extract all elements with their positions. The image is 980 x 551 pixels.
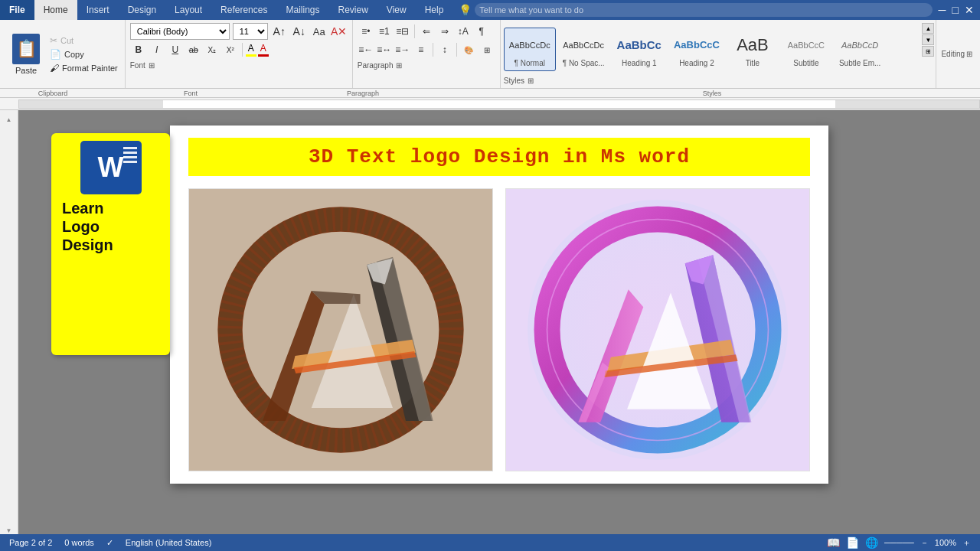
- left-panel-arrow-down[interactable]: ▼: [6, 527, 12, 534]
- copy-button[interactable]: 📄 Copy: [47, 48, 120, 60]
- style-no-spacing-preview: AaBbCcDc: [563, 31, 604, 59]
- read-mode-icon[interactable]: 📖: [827, 536, 840, 549]
- text-highlight-btn[interactable]: A: [246, 43, 256, 57]
- font-group: Calibri (Body) 11 A↑ A↓ Aa A✕ B I U ab X…: [126, 20, 353, 88]
- learn-card: W Learn Logo Design: [51, 133, 170, 355]
- style-subtle-em[interactable]: AaBbCcD Subtle Em...: [834, 28, 886, 71]
- align-left-btn[interactable]: ≡←: [358, 41, 374, 58]
- font-size-selector[interactable]: 11: [233, 23, 268, 40]
- tab-insert[interactable]: Insert: [77, 0, 119, 20]
- increase-indent-btn[interactable]: ⇒: [436, 23, 453, 40]
- paragraph-group-label: Paragraph ⊞: [358, 61, 495, 70]
- cut-label: Cut: [60, 36, 74, 45]
- line-spacing-btn[interactable]: ↕: [436, 41, 453, 58]
- align-center-btn[interactable]: ≡↔: [376, 41, 393, 58]
- clipboard-actions: ✂ Cut 📄 Copy 🖌 Format Painter: [47, 23, 120, 85]
- editing-expand-icon[interactable]: ⊞: [966, 50, 972, 58]
- zoom-out-btn[interactable]: －: [920, 537, 929, 549]
- proofing-icon[interactable]: ✓: [106, 538, 113, 548]
- left-panel-arrow-up[interactable]: ▲: [6, 116, 12, 123]
- subscript-button[interactable]: X₂: [204, 41, 220, 58]
- style-no-spacing[interactable]: AaBbCcDc ¶ No Spac...: [557, 28, 610, 71]
- style-subtle-em-label: Subtle Em...: [839, 59, 880, 67]
- page-status[interactable]: Page 2 of 2: [9, 538, 52, 547]
- tab-help[interactable]: Help: [416, 0, 453, 20]
- italic-button[interactable]: I: [149, 41, 165, 58]
- increase-font-btn[interactable]: A↑: [271, 23, 288, 40]
- editing-group: Editing ⊞: [936, 20, 977, 88]
- tab-mailings[interactable]: Mailings: [276, 0, 328, 20]
- cut-button[interactable]: ✂ Cut: [47, 34, 120, 47]
- style-title-preview: AaB: [737, 31, 769, 59]
- status-bar: Page 2 of 2 0 words ✓ English (United St…: [0, 534, 980, 551]
- tab-home[interactable]: Home: [34, 0, 77, 20]
- word-count-status[interactable]: 0 words: [64, 538, 94, 547]
- style-subtle-em-preview: AaBbCcD: [841, 31, 878, 59]
- underline-button[interactable]: U: [167, 41, 184, 58]
- font-color-btn[interactable]: A: [258, 43, 269, 57]
- ribbon: 📋 Paste ✂ Cut 📄 Copy 🖌 Format Painter: [0, 20, 980, 89]
- help-search-input[interactable]: [475, 3, 932, 17]
- decrease-indent-btn[interactable]: ⇐: [418, 23, 435, 40]
- font-group-expand-icon[interactable]: ⊞: [149, 61, 155, 70]
- style-normal[interactable]: AaBbCcDc ¶ Normal: [504, 28, 556, 71]
- style-subtitle[interactable]: AaBbCcC Subtitle: [780, 28, 832, 71]
- styles-grid: AaBbCcDc ¶ Normal AaBbCcDc ¶ No Spac... …: [504, 23, 933, 75]
- bullet-list-btn[interactable]: ≡•: [358, 23, 374, 40]
- styles-scroll-up[interactable]: ▲: [922, 23, 934, 34]
- shading-btn[interactable]: 🎨: [460, 41, 477, 58]
- logos-row: [188, 188, 810, 471]
- style-heading1-label: Heading 1: [622, 59, 657, 67]
- document-scroll-area[interactable]: W Learn Logo Design: [18, 110, 980, 534]
- styles-expand[interactable]: ⊞: [922, 46, 934, 57]
- word-w-letter: W: [98, 152, 124, 184]
- strikethrough-button[interactable]: ab: [185, 41, 202, 58]
- close-btn[interactable]: ✕: [965, 4, 974, 16]
- format-painter-icon: 🖌: [50, 63, 59, 73]
- superscript-button[interactable]: X²: [222, 41, 239, 58]
- tab-file[interactable]: File: [0, 0, 34, 20]
- bold-button[interactable]: B: [130, 41, 147, 58]
- styles-scroll-down[interactable]: ▼: [922, 34, 934, 45]
- maximize-btn[interactable]: □: [952, 4, 959, 16]
- paste-button[interactable]: 📋 Paste: [8, 23, 44, 85]
- justify-btn[interactable]: ≡: [413, 41, 430, 58]
- colorful-logo-svg: [528, 200, 788, 460]
- borders-btn[interactable]: ⊞: [479, 41, 495, 58]
- cut-icon: ✂: [50, 35, 57, 46]
- tab-layout[interactable]: Layout: [165, 0, 211, 20]
- paragraph-label-bar: Paragraph: [279, 90, 447, 97]
- zoom-in-btn[interactable]: ＋: [962, 537, 971, 549]
- tab-references[interactable]: References: [211, 0, 276, 20]
- style-title[interactable]: AaB Title: [727, 28, 779, 71]
- change-case-btn[interactable]: Aa: [311, 23, 328, 40]
- font-family-selector[interactable]: Calibri (Body): [130, 23, 230, 40]
- clear-format-btn[interactable]: A✕: [331, 23, 348, 40]
- paragraph-group-expand-icon[interactable]: ⊞: [396, 61, 402, 70]
- tab-design[interactable]: Design: [119, 0, 165, 20]
- paste-label: Paste: [15, 66, 37, 75]
- align-row: ≡← ≡↔ ≡→ ≡ ↕ 🎨 ⊞: [358, 41, 495, 58]
- multilevel-list-btn[interactable]: ≡⊟: [394, 23, 411, 40]
- document-page: W Learn Logo Design: [170, 126, 828, 484]
- ribbon-group-labels: Clipboard Font Paragraph Styles: [0, 89, 980, 98]
- web-layout-icon[interactable]: 🌐: [865, 536, 878, 549]
- align-right-btn[interactable]: ≡→: [394, 41, 411, 58]
- style-heading1[interactable]: AaBbCc Heading 1: [612, 28, 667, 71]
- numbered-list-btn[interactable]: ≡1: [376, 23, 393, 40]
- format-painter-button[interactable]: 🖌 Format Painter: [47, 62, 120, 74]
- styles-group-expand-icon[interactable]: ⊞: [528, 77, 534, 85]
- style-heading2[interactable]: AaBbCcC Heading 2: [668, 28, 725, 71]
- doc-title: 3D Text logo Design in Ms word: [309, 145, 690, 168]
- sort-btn[interactable]: ↕A: [455, 23, 472, 40]
- language-status[interactable]: English (United States): [126, 538, 212, 547]
- tab-view[interactable]: View: [377, 0, 416, 20]
- show-para-btn[interactable]: ¶: [473, 23, 490, 40]
- paragraph-group: ≡• ≡1 ≡⊟ ⇐ ⇒ ↕A ¶ ≡← ≡↔ ≡→ ≡ ↕ 🎨 ⊞: [353, 20, 501, 88]
- print-layout-icon[interactable]: 📄: [846, 536, 859, 549]
- decrease-font-btn[interactable]: A↓: [291, 23, 308, 40]
- styles-group-label: Styles ⊞: [504, 77, 933, 85]
- learn-card-text: Learn Logo Design: [59, 199, 162, 254]
- minimize-btn[interactable]: ─: [939, 4, 946, 16]
- tab-review[interactable]: Review: [328, 0, 377, 20]
